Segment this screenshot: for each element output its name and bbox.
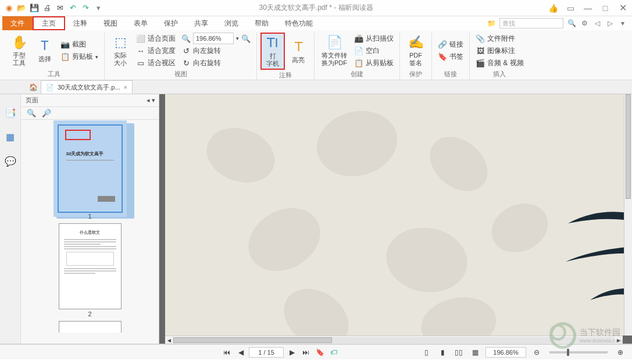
thumb-large-icon[interactable]: 🔎 <box>42 109 51 118</box>
rotate-left-button[interactable]: ↺向左旋转 <box>179 45 253 56</box>
rotate-right-button[interactable]: ↻向右旋转 <box>179 57 253 69</box>
fit-width-button[interactable]: ↔适合宽度 <box>134 45 178 56</box>
folder-icon[interactable]: 📁 <box>487 19 496 28</box>
pdf-sign-button[interactable]: ✍ PDF 签名 <box>404 33 428 69</box>
blank-button[interactable]: 📄空白 <box>352 45 396 56</box>
tab-browse[interactable]: 浏览 <box>216 16 247 30</box>
view-facing-icon[interactable]: ▯▯ <box>453 347 465 358</box>
page-number-input[interactable]: 1 / 15 <box>249 347 284 358</box>
select-button[interactable]: Ꭲ 选择 <box>33 33 57 69</box>
search-icon[interactable]: 🔍 <box>567 19 576 28</box>
from-scanner-button[interactable]: 📠从扫描仪 <box>352 33 396 44</box>
hand-tool-button[interactable]: ✋ 手型 工具 <box>7 33 31 69</box>
thumbs-up-icon[interactable]: 👍 <box>548 3 558 13</box>
start-tab-icon[interactable]: 🏠 <box>29 83 37 91</box>
zoom-input[interactable]: 196.86% <box>193 33 234 44</box>
horizontal-scrollbar[interactable]: ◂ ▸ <box>165 336 623 344</box>
bookmark-button[interactable]: 🔖书签 <box>435 51 466 63</box>
attach-button[interactable]: 📎文件附件 <box>473 33 526 44</box>
tab-file[interactable]: 文件 <box>2 16 33 30</box>
first-page-button[interactable]: ⏮ <box>221 347 233 358</box>
zoom-out-button[interactable]: 🔍196.86%▾🔍 <box>179 33 253 44</box>
group-insert: 📎文件附件 🖼图像标注 🎬音频 & 视频 插入 <box>470 33 530 80</box>
clipboard-paste-icon: 📋 <box>354 58 363 67</box>
highlight-button[interactable]: ꓔ 高亮 <box>286 33 310 70</box>
save-icon[interactable]: 💾 <box>29 3 40 13</box>
thumb-small-icon[interactable]: 🔍 <box>27 109 36 118</box>
gear-icon[interactable]: ⚙ <box>580 19 589 28</box>
next-page-button[interactable]: ▶ <box>286 347 298 358</box>
thumbnail-page-3[interactable] <box>59 321 122 333</box>
tab-help[interactable]: 帮助 <box>247 16 277 30</box>
last-page-button[interactable]: ⏭ <box>300 347 312 358</box>
tab-protect[interactable]: 保护 <box>156 16 186 30</box>
screenshot-button[interactable]: 📷 截图 <box>58 39 101 51</box>
fit-page-icon: ⬜ <box>136 34 145 43</box>
undo-icon[interactable]: ↶ <box>67 3 78 13</box>
nav-next-icon[interactable]: ▷ <box>605 19 615 28</box>
prev-page-button[interactable]: ◀ <box>235 347 247 358</box>
convert-button[interactable]: 📄 将文件转 换为PDF <box>318 33 351 69</box>
bookmark-nav-icon[interactable]: 🔖 <box>314 347 326 358</box>
image-icon: 🖼 <box>476 46 485 55</box>
page-view[interactable] <box>165 94 632 336</box>
group-tools: ✋ 手型 工具 Ꭲ 选择 📷 截图 📋 剪贴板▾ 工具 <box>3 33 105 80</box>
tab-view[interactable]: 视图 <box>95 16 126 30</box>
fit-width-icon: ↔ <box>136 46 145 55</box>
app-icon: ◉ <box>3 3 14 13</box>
print-icon[interactable]: 🖨 <box>42 3 52 13</box>
select-text-icon: Ꭲ <box>37 38 53 54</box>
navigation-panel: 页面 ◂ ▾ 🔍 🔎 30天成为软文高手 1 什么是软文 <box>21 94 159 344</box>
close-button[interactable]: ✕ <box>618 3 627 13</box>
fit-visible-button[interactable]: ▭适合视区 <box>134 57 178 69</box>
nav-prev-icon[interactable]: ◁ <box>592 19 602 28</box>
clipboard-button[interactable]: 📋 剪贴板▾ <box>58 51 101 63</box>
vertical-scrollbar[interactable] <box>624 94 632 336</box>
typewriter-button[interactable]: ꓔI 打 字机 <box>260 33 285 70</box>
rotate-left-icon: ↺ <box>181 46 191 55</box>
tab-home[interactable]: 主页 <box>33 16 65 30</box>
view-single-icon[interactable]: ▯ <box>420 347 432 358</box>
actual-size-button[interactable]: ⬚ 实际 大小 <box>108 33 133 69</box>
open-icon[interactable]: 📂 <box>16 3 27 13</box>
document-area: ◂ ▸ <box>159 94 632 344</box>
thumbnail-page-1[interactable]: 30天成为软文高手 <box>59 126 122 212</box>
zoom-out-status-button[interactable]: ⊖ <box>531 347 542 358</box>
view-continuous-facing-icon[interactable]: ▦ <box>469 347 481 358</box>
audio-video-button[interactable]: 🎬音频 & 视频 <box>473 57 526 69</box>
zoom-slider[interactable] <box>549 351 608 354</box>
thumbnail-page-2[interactable]: 什么是软文 <box>59 223 122 309</box>
bookmarks-panel-icon[interactable]: 📑 <box>4 106 17 119</box>
ribbon-collapse-icon[interactable]: ▭ <box>566 3 575 13</box>
comments-panel-icon[interactable]: 💬 <box>4 155 17 167</box>
tab-special[interactable]: 特色功能 <box>277 16 321 30</box>
pdf-icon: 📄 <box>46 84 54 91</box>
scanner-icon: 📠 <box>354 34 363 43</box>
email-icon[interactable]: ✉ <box>55 3 65 13</box>
panel-menu-icon[interactable]: ◂ ▾ <box>147 97 155 104</box>
tab-form[interactable]: 表单 <box>126 16 156 30</box>
window-title: 30天成文软文高手.pdf * - 福昕阅读器 <box>259 3 373 13</box>
zoom-value[interactable]: 196.86% <box>485 347 526 358</box>
close-tab-icon[interactable]: × <box>124 84 127 91</box>
from-clipboard-button[interactable]: 📋从剪贴板 <box>352 57 396 69</box>
maximize-button[interactable]: □ <box>601 3 610 13</box>
link-button[interactable]: 🔗链接 <box>435 39 466 51</box>
zoom-in-icon[interactable]: 🔍 <box>241 34 251 43</box>
nav-panel-header: 页面 ◂ ▾ <box>21 94 159 107</box>
tab-annotate[interactable]: 注释 <box>65 16 95 30</box>
document-tab[interactable]: 📄 30天成文软文高手.p... × <box>41 80 133 94</box>
pages-panel-icon[interactable]: ▦ <box>4 130 17 143</box>
redo-icon[interactable]: ↷ <box>80 3 91 13</box>
tab-share[interactable]: 共享 <box>186 16 216 30</box>
qat-dropdown-icon[interactable]: ▾ <box>93 3 103 13</box>
fit-page-button[interactable]: ⬜适合页面 <box>134 33 178 44</box>
zoom-in-status-button[interactable]: ⊕ <box>615 347 626 358</box>
view-continuous-icon[interactable]: ▮ <box>437 347 448 358</box>
image-annotation-button[interactable]: 🖼图像标注 <box>473 45 526 56</box>
bookmark-nav2-icon[interactable]: 🏷 <box>328 347 340 358</box>
minimize-button[interactable]: — <box>583 3 592 13</box>
nav-dropdown-icon[interactable]: ▾ <box>618 19 627 28</box>
search-input[interactable]: 查找 <box>499 18 563 28</box>
rotate-right-icon: ↻ <box>181 58 191 67</box>
